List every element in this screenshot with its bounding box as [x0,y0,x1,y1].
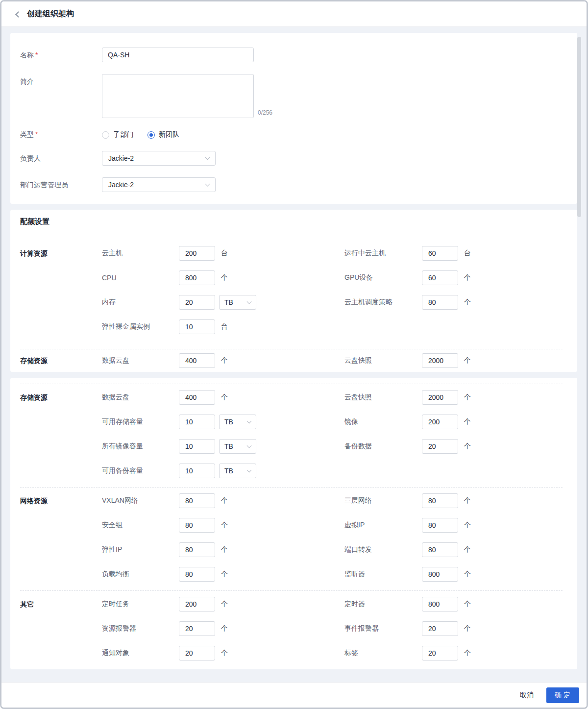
intro-textarea[interactable] [102,74,254,118]
quota-value-input[interactable] [179,621,215,636]
quota-field-label: 云主机调度策略 [344,298,422,307]
quota-field-label: 备份数据 [344,442,422,451]
quota-value-input[interactable] [179,542,215,557]
quota-value-input[interactable] [422,246,458,261]
quota-value-input[interactable] [422,542,458,557]
owner-row: 负责人 Jackie-2 [20,151,563,166]
create-org-page: 创建组织架构 名称* 简介 0/256 类型* [0,0,588,709]
radio-checked-icon[interactable] [147,131,155,139]
quota-value-input[interactable] [422,646,458,660]
unit-label: 个 [221,649,228,658]
confirm-button[interactable]: 确定 [546,687,579,703]
quota-field-label: 数据云盘 [102,356,179,365]
quota-row: 弹性IP个端口转发个 [102,542,563,557]
cancel-button[interactable]: 取消 [514,688,539,703]
quota-field-label: 虚拟IP [344,521,422,530]
radio-label[interactable]: 子部门 [113,130,134,139]
quota-cell: 备份数据个 [344,439,471,454]
quota-value-input[interactable] [179,439,215,454]
name-input[interactable] [102,48,254,62]
quota-rows: 定时任务个定时器个资源报警器个事件报警器个通知对象个标签个 [102,597,563,660]
quota-value-input[interactable] [179,567,215,582]
radio-option-subdepartment[interactable]: 子部门 [102,130,134,139]
radio-option-newteam[interactable]: 新团队 [147,130,179,139]
quota-field-label: 定时器 [344,600,422,609]
quota-cell: GPU设备个 [344,270,471,285]
quota-row: 负载均衡个监听器个 [102,567,563,582]
unit-label: 个 [464,624,471,633]
quota-value-input[interactable] [179,415,215,429]
scrollbar-thumb[interactable] [577,37,581,217]
unit-label: 个 [221,356,228,365]
quota-row: 可用存储容量TB镜像个 [102,415,563,429]
radio-label[interactable]: 新团队 [159,130,179,139]
unit-label: 个 [464,570,471,579]
quota-cell: 负载均衡个 [102,567,344,582]
quota-value-input[interactable] [422,270,458,285]
quota-value-input[interactable] [179,295,215,310]
quota-value-input[interactable] [422,439,458,454]
quota-value-input[interactable] [422,493,458,508]
unit-select[interactable]: TB [219,295,256,310]
quota-row: 通知对象个标签个 [102,646,563,660]
quota-field-label: 所有镜像容量 [102,442,179,451]
quota-value-input[interactable] [422,621,458,636]
chevron-down-icon [205,182,210,187]
owner-select[interactable]: Jackie-2 [102,151,216,166]
quota-value-input[interactable] [179,464,215,478]
quota-field-label: 运行中云主机 [344,249,422,258]
back-icon[interactable] [15,11,22,18]
quota-value-input[interactable] [179,646,215,660]
owner-label: 负责人 [20,151,102,166]
quota-group: 计算资源云主机台运行中云主机台CPU个GPU设备个内存TB云主机调度策略个弹性裸… [20,233,563,349]
radio-unchecked-icon[interactable] [102,131,109,139]
quota-value-input[interactable] [179,597,215,611]
radio-dot [149,133,153,137]
unit-select[interactable]: TB [219,464,256,478]
quota-value-input[interactable] [179,493,215,508]
quota-cell: 镜像个 [344,415,471,429]
quota-row: 数据云盘个云盘快照个 [102,390,563,405]
quota-field-label: VXLAN网络 [102,496,179,505]
unit-select-value: TB [224,298,233,306]
quota-field-label: 可用存储容量 [102,417,179,426]
quota-row: 内存TB云主机调度策略个 [102,295,563,310]
unit-select[interactable]: TB [219,439,256,454]
quota-value-input[interactable] [422,390,458,405]
intro-field-wrap: 0/256 [102,74,272,118]
unit-select[interactable]: TB [219,415,256,429]
admin-select-value: Jackie-2 [108,181,134,189]
intro-row: 简介 0/256 [20,74,563,118]
quota-field-label: 资源报警器 [102,624,179,633]
admin-select[interactable]: Jackie-2 [102,177,216,192]
quota-value-input[interactable] [422,567,458,582]
quota-value-input[interactable] [422,518,458,533]
required-asterisk: * [35,130,38,138]
quota-value-input[interactable] [179,270,215,285]
name-label-text: 名称 [20,51,34,59]
unit-label: 个 [464,356,471,365]
quota-cell: 数据云盘个 [102,353,344,368]
quota-value-input[interactable] [179,246,215,261]
quota-field-label: 三层网络 [344,496,422,505]
quota-value-input[interactable] [422,353,458,368]
quota-field-label: 事件报警器 [344,624,422,633]
quota-cell: 所有镜像容量TB [102,439,344,454]
quota-group: 其它定时任务个定时器个资源报警器个事件报警器个通知对象个标签个 [20,591,563,669]
quota-group-title: 存储资源 [20,353,102,368]
quota-value-input[interactable] [422,415,458,429]
quota-value-input[interactable] [422,597,458,611]
quota-row: 安全组个虚拟IP个 [102,518,563,533]
quota-value-input[interactable] [179,390,215,405]
quota-cell: 监听器个 [344,567,471,582]
owner-select-value: Jackie-2 [108,154,134,162]
unit-label: 个 [221,393,228,402]
quota-cell: 虚拟IP个 [344,518,471,533]
quota-field-label: 通知对象 [102,649,179,658]
quota-field-label: 云主机 [102,249,179,258]
quota-cell: 弹性裸金属实例台 [102,319,344,334]
quota-value-input[interactable] [422,295,458,310]
quota-value-input[interactable] [179,319,215,334]
quota-value-input[interactable] [179,353,215,368]
quota-value-input[interactable] [179,518,215,533]
